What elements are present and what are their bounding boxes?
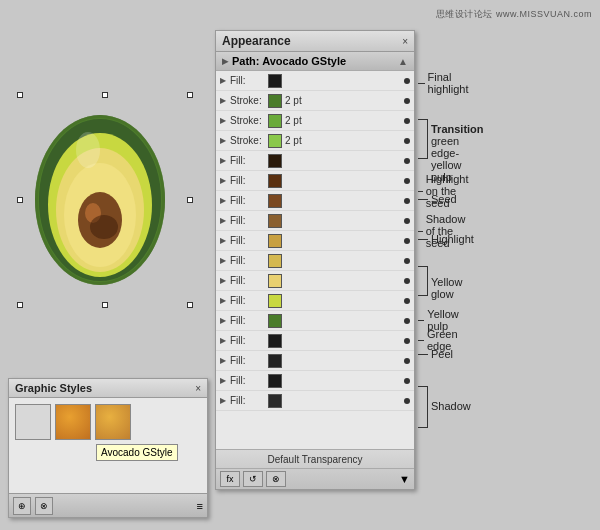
appearance-row-fill-9[interactable]: ▶ Fill: [216, 291, 414, 311]
annotation-text-peel: Peel [431, 348, 453, 360]
appearance-link-btn[interactable]: ⊗ [266, 471, 286, 487]
annotation-text-yellow-glow: Yellow glow [431, 276, 462, 300]
row-swatch-3 [268, 114, 282, 128]
annotation-line-9 [418, 340, 424, 341]
annotation-text-shadow: Shadow [431, 400, 471, 412]
appearance-title: Appearance [222, 34, 291, 48]
appearance-row-fill-5[interactable]: ▶ Fill: [216, 211, 414, 231]
row-arrow-13: ▶ [220, 316, 230, 325]
annotation-text-highlight: Highlight [431, 233, 474, 245]
appearance-row-fill-1[interactable]: ▶ Fill: [216, 71, 414, 91]
row-arrow-5: ▶ [220, 156, 230, 165]
appearance-scroll-btn[interactable]: ▼ [399, 473, 410, 485]
handle-bottom-left[interactable] [17, 302, 23, 308]
row-swatch-12 [268, 294, 282, 308]
appearance-row-fill-6[interactable]: ▶ Fill: [216, 231, 414, 251]
appearance-row-fill-4[interactable]: ▶ Fill: [216, 191, 414, 211]
annotation-yellow-glow: Yellow glow [418, 258, 462, 300]
row-swatch-15 [268, 354, 282, 368]
annotation-line-10 [418, 354, 428, 355]
svg-point-7 [90, 215, 118, 239]
appearance-row-fill-10[interactable]: ▶ Fill: [216, 311, 414, 331]
row-arrow-12: ▶ [220, 296, 230, 305]
graphic-styles-titlebar: Graphic Styles × [9, 379, 207, 398]
graphic-styles-new-btn[interactable]: ⊕ [13, 497, 31, 515]
graphic-styles-panel: Graphic Styles × Avocado GStyle ⊕ ⊗ ≡ [8, 378, 208, 518]
row-swatch-14 [268, 334, 282, 348]
row-arrow-8: ▶ [220, 216, 230, 225]
annotation-text-transition: Transition [431, 123, 484, 135]
handle-left[interactable] [17, 197, 23, 203]
style-tooltip: Avocado GStyle [96, 444, 178, 461]
annotation-line-6 [418, 239, 428, 240]
row-arrow-17: ▶ [220, 396, 230, 405]
row-swatch-4 [268, 134, 282, 148]
annotation-text-final-highlight: Final highlight [428, 71, 472, 95]
appearance-row-fill-12[interactable]: ▶ Fill: [216, 351, 414, 371]
annotation-final-highlight: Final highlight [418, 71, 472, 95]
row-dot-5 [404, 158, 410, 164]
appearance-panel: Appearance × ▶ Path: Avocado GStyle ▲ ▶ … [215, 30, 415, 490]
row-dot-4 [404, 138, 410, 144]
path-label: ▶ Path: Avocado GStyle ▲ [216, 52, 414, 71]
graphic-styles-title: Graphic Styles [15, 382, 92, 394]
appearance-footer-toolbar: fx ↺ ⊗ ▼ [216, 468, 414, 489]
row-arrow-16: ▶ [220, 376, 230, 385]
graphic-styles-delete-btn[interactable]: ⊗ [35, 497, 53, 515]
graphic-styles-close[interactable]: × [195, 383, 201, 394]
appearance-fx-btn[interactable]: fx [220, 471, 240, 487]
row-arrow-15: ▶ [220, 356, 230, 365]
row-arrow-7: ▶ [220, 196, 230, 205]
handle-top-right[interactable] [187, 92, 193, 98]
path-label-text: Path: Avocado GStyle [232, 55, 346, 67]
appearance-row-stroke-2[interactable]: ▶ Stroke: 2 pt [216, 111, 414, 131]
appearance-row-fill-14[interactable]: ▶ Fill: [216, 391, 414, 411]
annotation-seed: Seed [418, 193, 457, 205]
row-swatch-2 [268, 94, 282, 108]
appearance-refresh-btn[interactable]: ↺ [243, 471, 263, 487]
appearance-footer: Default Transparency fx ↺ ⊗ ▼ [216, 449, 414, 489]
graphic-styles-content: Avocado GStyle [9, 398, 207, 446]
row-swatch-10 [268, 254, 282, 268]
handle-top[interactable] [102, 92, 108, 98]
appearance-row-fill-7[interactable]: ▶ Fill: [216, 251, 414, 271]
graphic-styles-menu-btn[interactable]: ≡ [197, 500, 203, 512]
row-dot-3 [404, 118, 410, 124]
style-swatch-2[interactable] [55, 404, 91, 440]
style-swatch-3[interactable]: Avocado GStyle [95, 404, 131, 440]
canvas-area [0, 0, 210, 360]
annotation-text-seed: Seed [431, 193, 457, 205]
row-dot-16 [404, 378, 410, 384]
handle-right[interactable] [187, 197, 193, 203]
row-arrow-11: ▶ [220, 276, 230, 285]
row-arrow-1: ▶ [220, 76, 230, 85]
handle-top-left[interactable] [17, 92, 23, 98]
row-dot-6 [404, 178, 410, 184]
row-swatch-9 [268, 234, 282, 248]
appearance-row-fill-13[interactable]: ▶ Fill: [216, 371, 414, 391]
row-arrow-10: ▶ [220, 256, 230, 265]
appearance-row-fill-11[interactable]: ▶ Fill: [216, 331, 414, 351]
row-swatch-13 [268, 314, 282, 328]
handle-bottom[interactable] [102, 302, 108, 308]
appearance-row-stroke-3[interactable]: ▶ Stroke: 2 pt [216, 131, 414, 151]
appearance-rows: ▶ Fill: ▶ Stroke: 2 pt ▶ Stroke: 2 pt ▶ … [216, 71, 414, 451]
row-swatch-5 [268, 154, 282, 168]
row-arrow-6: ▶ [220, 176, 230, 185]
row-arrow-14: ▶ [220, 336, 230, 345]
row-dot-13 [404, 318, 410, 324]
appearance-row-fill-8[interactable]: ▶ Fill: [216, 271, 414, 291]
watermark: 思维设计论坛 www.MISSVUAN.com [436, 8, 592, 21]
annotation-line-3 [418, 191, 423, 192]
row-arrow-3: ▶ [220, 116, 230, 125]
appearance-row-fill-2[interactable]: ▶ Fill: [216, 151, 414, 171]
appearance-row-fill-3[interactable]: ▶ Fill: [216, 171, 414, 191]
handle-bottom-right[interactable] [187, 302, 193, 308]
style-swatch-1[interactable] [15, 404, 51, 440]
row-dot-17 [404, 398, 410, 404]
row-swatch-16 [268, 374, 282, 388]
row-swatch-11 [268, 274, 282, 288]
appearance-close[interactable]: × [402, 36, 408, 47]
appearance-row-stroke-1[interactable]: ▶ Stroke: 2 pt [216, 91, 414, 111]
row-dot-1 [404, 78, 410, 84]
